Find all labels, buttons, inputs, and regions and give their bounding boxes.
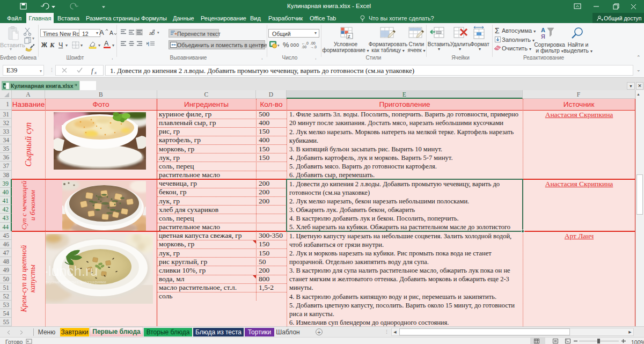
- svg-text:-lunch.ru: -lunch.ru: [46, 263, 98, 279]
- svg-text:←.0: ←.0: [302, 41, 309, 45]
- svg-text:Я: Я: [541, 33, 545, 40]
- svg-text:▾: ▾: [157, 31, 159, 34]
- svg-text:%: %: [283, 41, 289, 49]
- svg-text:ab: ab: [149, 31, 155, 35]
- svg-text:x: x: [4, 84, 6, 89]
- svg-text:→.0: →.0: [310, 45, 317, 49]
- svg-text:А: А: [109, 30, 113, 36]
- svg-text:▾: ▾: [277, 43, 280, 47]
- svg-text:.00: .00: [310, 41, 316, 45]
- svg-text:А: А: [541, 27, 545, 33]
- svg-text:x: x: [94, 70, 97, 75]
- svg-text:.00: .00: [302, 45, 306, 49]
- svg-text:А: А: [99, 28, 104, 36]
- svg-text:вкусные рецепты с фотографиями: вкусные рецепты с фотографиями: [46, 280, 106, 284]
- svg-text:≠: ≠: [348, 34, 350, 39]
- svg-text:000: 000: [290, 42, 299, 48]
